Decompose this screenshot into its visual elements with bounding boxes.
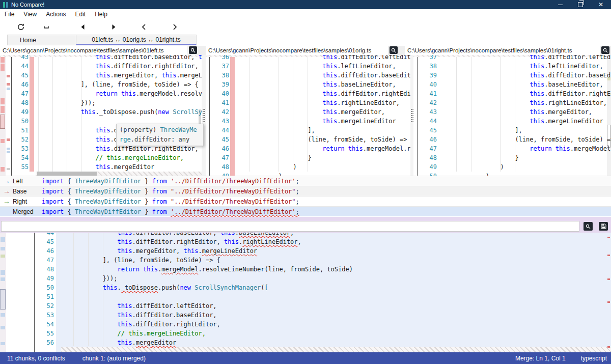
line-number[interactable]: 44: [212, 126, 229, 135]
line-number[interactable]: 50: [420, 172, 437, 176]
code-line[interactable]: 51: [0, 292, 611, 301]
line-number[interactable]: 37: [212, 62, 229, 71]
line-number[interactable]: 46: [212, 144, 229, 153]
whitespace-icon[interactable]: [40, 21, 52, 33]
line-number[interactable]: 41: [420, 89, 437, 98]
right-editor[interactable]: 37this.diffEditor.leftEditor,38this.left…: [413, 55, 611, 176]
code-line[interactable]: 46(line, fromSide, toSide) => {: [413, 135, 611, 144]
right-path-field[interactable]: C:\Users\gcann\Projects\nocompare\testfi…: [405, 46, 600, 55]
code-line[interactable]: 38this.leftLineEditor,: [413, 62, 611, 71]
line-number[interactable]: 51: [12, 126, 29, 135]
line-number[interactable]: 48: [12, 98, 29, 107]
code-line[interactable]: 44this.diffEditor.rightEditor,: [0, 62, 202, 71]
code-line[interactable]: 43this.mergeEditor,: [413, 107, 611, 117]
merged-editor[interactable]: 44this.diffEditor.baseEditor, this.baseL…: [0, 233, 611, 352]
prev-change-icon[interactable]: [77, 21, 89, 33]
code-line[interactable]: 39this.diffEditor.baseEditor,: [413, 71, 611, 80]
line-number[interactable]: 40: [212, 89, 229, 98]
line-number[interactable]: 38: [420, 62, 437, 71]
code-line[interactable]: 44this.mergeLineEditor: [413, 117, 611, 126]
line-number[interactable]: 46: [420, 135, 437, 144]
code-line[interactable]: 48}));: [0, 98, 202, 107]
code-line[interactable]: 48): [206, 162, 410, 172]
minimize-icon[interactable]: [550, 0, 570, 9]
code-line[interactable]: 50this._toDispose.push(new ScrollSynchMa…: [0, 283, 611, 292]
code-line[interactable]: 39this.baseLineEditor,: [206, 80, 410, 89]
apply-chunk-arrow-icon[interactable]: →: [2, 186, 11, 197]
line-number[interactable]: 39: [420, 71, 437, 80]
code-line[interactable]: 53this.diffEditor.baseEditor,: [0, 311, 611, 320]
base-editor[interactable]: 36this.diffEditor.leftEditor,37this.left…: [206, 55, 410, 176]
menu-file[interactable]: File: [0, 9, 19, 19]
line-number[interactable]: 53: [12, 144, 29, 153]
line-number[interactable]: 55: [12, 162, 29, 172]
line-number[interactable]: 42: [212, 107, 229, 117]
chunk-row-merged[interactable]: Mergedimport { ThreeWayDiffEditor } from…: [0, 206, 611, 216]
line-number[interactable]: 44: [12, 62, 29, 71]
line-number[interactable]: 51: [34, 292, 54, 301]
line-number[interactable]: 41: [212, 98, 229, 107]
code-line[interactable]: 40this.baseLineEditor,: [413, 80, 611, 89]
menu-view[interactable]: View: [19, 9, 41, 19]
code-line[interactable]: 44this.diffEditor.baseEditor, this.baseL…: [0, 233, 611, 237]
line-number[interactable]: 43: [12, 55, 29, 62]
splitter-grip-icon[interactable]: [411, 109, 413, 122]
code-line[interactable]: 44],: [206, 126, 410, 135]
merge-line-input[interactable]: [1, 221, 579, 232]
chunk-row-base[interactable]: →Baseimport { ThreeWayDiffEditor } from …: [0, 186, 611, 196]
code-line[interactable]: 46return this.mergeModel.resolveLineNumb…: [206, 144, 410, 153]
code-line[interactable]: 56this.mergeEditor: [0, 338, 611, 347]
left-path-field[interactable]: C:\Users\gcann\Projects\nocompare\testfi…: [0, 46, 187, 55]
menu-actions[interactable]: Actions: [41, 9, 70, 19]
line-number[interactable]: 52: [12, 135, 29, 144]
code-line[interactable]: 41this.rightLineEditor,: [206, 98, 410, 107]
line-number[interactable]: 49: [12, 107, 29, 117]
line-number[interactable]: 38: [212, 71, 229, 80]
tab-compare-session[interactable]: 01left.ts ↔ 01orig.ts ↔ 01right.ts: [76, 35, 197, 45]
next-conflict-icon[interactable]: [169, 21, 181, 33]
left-editor[interactable]: 43this.diffEditor.baseEditor, this.baseL…: [0, 55, 202, 176]
line-number[interactable]: 48: [420, 153, 437, 162]
code-line[interactable]: 47return this.mergeModel.resolveLineNumb…: [0, 89, 202, 98]
line-number[interactable]: 39: [212, 80, 229, 89]
splitter-grip-icon[interactable]: [203, 109, 205, 122]
file-search-icon[interactable]: [601, 46, 609, 54]
line-number[interactable]: 44: [420, 117, 437, 126]
line-number[interactable]: 56: [34, 338, 54, 347]
line-number[interactable]: 36: [212, 55, 229, 62]
line-number[interactable]: 49: [34, 274, 54, 283]
base-path-field[interactable]: C:\Users\gcann\Projects\nocompare\testfi…: [206, 46, 388, 55]
line-number[interactable]: 50: [12, 117, 29, 126]
file-search-icon[interactable]: [584, 222, 593, 231]
line-number[interactable]: 45: [212, 135, 229, 144]
line-number[interactable]: 52: [34, 301, 54, 311]
file-search-icon[interactable]: [189, 46, 197, 54]
code-line[interactable]: 49this._toDispose.push(new ScrollSynchMa…: [0, 107, 202, 117]
code-line[interactable]: 52this.diffEditor.leftEditor,: [0, 301, 611, 311]
code-line[interactable]: 37this.leftLineEditor,: [206, 62, 410, 71]
code-line[interactable]: 48return this.mergeModel.resolveLineNumb…: [0, 265, 611, 274]
code-line[interactable]: 54this.diffEditor.rightEditor,: [0, 320, 611, 329]
code-line[interactable]: 45this.mergeEditor, this.mergeLineEditor: [0, 71, 202, 80]
line-number[interactable]: 46: [34, 246, 54, 256]
code-line[interactable]: 40this.diffEditor.rightEditor,: [206, 89, 410, 98]
line-number[interactable]: 55: [34, 329, 54, 338]
save-icon[interactable]: [599, 222, 608, 231]
hscrollbar-thumb[interactable]: [37, 172, 97, 176]
code-line[interactable]: 45],: [413, 126, 611, 135]
line-number[interactable]: 53: [34, 311, 54, 320]
line-number[interactable]: 45: [34, 237, 54, 246]
pane-splitter-left[interactable]: [202, 55, 206, 176]
code-line[interactable]: 45this.diffEditor.rightEditor, this.righ…: [0, 237, 611, 246]
code-line[interactable]: 49}));: [0, 274, 611, 283]
line-number[interactable]: 45: [12, 71, 29, 80]
code-line[interactable]: 47], (line, fromSide, toSide) => {: [0, 256, 611, 265]
code-line[interactable]: 55this.mergeEditor: [0, 162, 202, 172]
code-line[interactable]: 38this.diffEditor.baseEditor,: [206, 71, 410, 80]
code-line[interactable]: 43this.mergeLineEditor: [206, 117, 410, 126]
code-line[interactable]: 49): [413, 162, 611, 172]
code-line[interactable]: 48}: [413, 153, 611, 162]
line-number[interactable]: 49: [212, 172, 229, 176]
line-number[interactable]: 47: [420, 144, 437, 153]
line-number[interactable]: 47: [12, 89, 29, 98]
